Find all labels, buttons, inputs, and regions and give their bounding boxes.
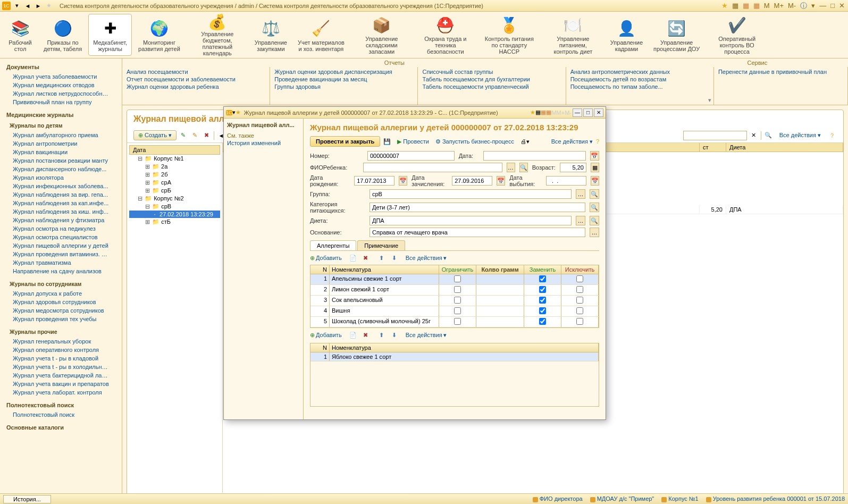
nav-item[interactable]: Журнал антропометрии xyxy=(0,139,122,148)
nav-item[interactable]: Журнал вакцинации xyxy=(0,148,122,156)
leave-field[interactable] xyxy=(546,176,586,186)
grid-row[interactable]: 1Яблоко свежее 1 сорт xyxy=(310,352,599,362)
grid1-copy-icon[interactable]: 📄 xyxy=(348,253,358,263)
nav-item[interactable]: Журнал наблюдения у фтизиатра xyxy=(0,216,122,224)
grid2-delete-icon[interactable]: ✖ xyxy=(361,330,371,340)
history-button[interactable]: История... xyxy=(3,495,51,503)
cat-search-icon[interactable]: 🔍 xyxy=(590,203,599,212)
section-button-10[interactable]: 🍽️Управление питанием,контроль диет xyxy=(542,14,604,56)
report-link[interactable]: Перенести данные в прививочный план xyxy=(718,68,843,75)
nav-item[interactable]: Журнал осмотра специалистов xyxy=(0,233,122,241)
nav-item[interactable]: Журнал наблюдения за вир. гепа... xyxy=(0,190,122,199)
modal-all-actions[interactable]: Все действия ▾ xyxy=(551,138,593,145)
replace-checkbox[interactable] xyxy=(539,275,546,282)
nav-item[interactable]: Журнал инфекционных заболева... xyxy=(0,182,122,190)
replace-checkbox[interactable] xyxy=(539,307,546,314)
report-link[interactable]: Посещаемость по типам заболе... xyxy=(570,83,709,90)
close-icon[interactable]: ✕ xyxy=(838,2,846,10)
section-button-13[interactable]: ✔️Оперативныйконтроль ВО процесса xyxy=(706,14,768,56)
grid-row[interactable]: 5Шоколад (сливочный молочный) 25г xyxy=(310,317,599,327)
report-link[interactable]: Анализ посещаемости xyxy=(127,68,265,75)
basis-field[interactable] xyxy=(370,228,585,237)
nav-item[interactable]: Журнал медосмотра сотрудников xyxy=(0,306,122,315)
nav-item[interactable]: Журнал проведения тех учебы xyxy=(0,315,122,323)
tree-item-srv[interactable]: ⊟ 📁 срВ xyxy=(129,203,220,211)
limit-checkbox[interactable] xyxy=(454,318,461,325)
reports-more-icon[interactable]: ▾ xyxy=(708,97,711,104)
modal-grid-icon[interactable]: ▦ xyxy=(535,109,541,116)
nav-back-icon[interactable]: ◄ xyxy=(23,2,32,10)
delete-icon[interactable]: ✖ xyxy=(202,131,212,140)
nav-item[interactable]: Журнал амбулаторного приема xyxy=(0,131,122,139)
maximize-icon[interactable]: □ xyxy=(829,2,836,10)
nav-item[interactable]: Журнал изолятора xyxy=(0,173,122,182)
diet-select-icon[interactable]: … xyxy=(576,216,585,225)
nav-item[interactable]: Журнал учета t - ры в кладовой xyxy=(0,354,122,363)
grid1-all-actions[interactable]: Все действия ▾ xyxy=(406,255,447,262)
tree-item[interactable]: ⊞ 📁 2б xyxy=(129,171,220,179)
grid-icon[interactable]: ▦ xyxy=(731,2,740,10)
exclude-checkbox[interactable] xyxy=(576,286,583,293)
enroll-picker-icon[interactable]: 📅 xyxy=(497,176,505,186)
nav-item[interactable]: Журнал учета бактерицидной лам... xyxy=(0,371,122,380)
star-icon[interactable]: ★ xyxy=(720,2,729,10)
birth-field[interactable] xyxy=(354,176,394,186)
m-button[interactable]: M xyxy=(763,2,771,10)
number-field[interactable] xyxy=(367,151,455,161)
grid2-all-actions[interactable]: Все действия ▾ xyxy=(406,332,447,339)
report-link[interactable]: Табель посещаемости для бухгалтерии xyxy=(422,75,561,83)
report-link[interactable]: Группы здоровья xyxy=(274,83,413,90)
nav-item[interactable]: Журнал пищевой аллергии у детей xyxy=(0,241,122,250)
dropdown-icon[interactable]: ▾ xyxy=(13,2,21,10)
search-input[interactable] xyxy=(683,131,747,140)
grid1-delete-icon[interactable]: ✖ xyxy=(361,253,371,263)
section-button-8[interactable]: ⛑️Охрана труда итехника безопасности xyxy=(415,14,476,56)
section-button-5[interactable]: ⚖️Управлениезакупками xyxy=(250,14,291,56)
child-search-icon[interactable]: 🔍 xyxy=(519,163,528,172)
info-icon[interactable]: ⓘ xyxy=(799,1,808,11)
section-button-12[interactable]: 🔄Управлениепроцессами ДОУ xyxy=(649,14,704,56)
edit-icon[interactable]: ✎ xyxy=(190,131,200,140)
exclude-checkbox[interactable] xyxy=(576,275,583,282)
tab-note[interactable]: Примечание xyxy=(357,240,405,250)
clear-search-icon[interactable]: ✕ xyxy=(749,131,759,140)
diet-field[interactable] xyxy=(370,216,572,225)
create-button[interactable]: ⊕ Создать ▾ xyxy=(133,130,177,140)
nav-item[interactable]: Журнал наблюдения за кап.инфе... xyxy=(0,199,122,207)
modal-close-icon[interactable]: ✕ xyxy=(594,108,603,117)
limit-checkbox[interactable] xyxy=(454,275,461,282)
age-calc-icon[interactable]: ▦ xyxy=(591,163,599,172)
grid-row[interactable]: 4Вишня xyxy=(310,306,599,317)
report-link[interactable]: Журнал оценки здоровья диспансеризация xyxy=(274,68,413,75)
birth-picker-icon[interactable]: 📅 xyxy=(399,176,407,186)
calc-icon[interactable]: ▦ xyxy=(752,2,761,10)
exclude-checkbox[interactable] xyxy=(576,297,583,304)
modal-help-icon[interactable]: ? xyxy=(596,138,599,145)
leave-picker-icon[interactable]: 📅 xyxy=(591,176,599,186)
limit-checkbox[interactable] xyxy=(454,286,461,293)
cat-field[interactable] xyxy=(370,203,585,212)
nav-item-search[interactable]: Полнотекстовый поиск xyxy=(0,410,122,419)
report-link[interactable]: Отчет посещаемости и заболеваемости xyxy=(127,75,265,83)
section-button-11[interactable]: 👤Управлениекадрами xyxy=(606,14,647,56)
report-link[interactable]: Анализ антропометрических данных xyxy=(570,68,709,75)
modal-fav-icon[interactable]: ★ xyxy=(530,109,535,116)
nav-item[interactable]: Журнал учета вакцин и препаратов xyxy=(0,380,122,388)
section-button-3[interactable]: 🌍Мониторингразвития детей xyxy=(134,14,184,56)
grid-row[interactable]: 2Лимон свежий 1 сорт xyxy=(310,285,599,296)
tree-item-stb[interactable]: ⊞ 📁 стБ xyxy=(129,218,220,226)
report-link[interactable]: Табель посещаемости управленческий xyxy=(422,83,561,90)
nav-item[interactable]: Журнал наблюдения за киш. инф... xyxy=(0,207,122,216)
enroll-field[interactable] xyxy=(452,176,492,186)
modal-cal-icon[interactable]: ▦ xyxy=(541,109,546,116)
post-and-close-button[interactable]: Провести и закрыть xyxy=(310,136,380,147)
nav-item[interactable]: Направление на сдачу анализов xyxy=(0,267,122,275)
grid2-up-icon[interactable]: ⬆ xyxy=(377,330,387,340)
group-search-icon[interactable]: 🔍 xyxy=(590,189,599,199)
tab-allergens[interactable]: Аллергенты xyxy=(310,240,356,250)
status-item[interactable]: Уровень развития ребенка 000001 от 15.07… xyxy=(706,495,845,502)
section-button-0[interactable]: 📚Рабочийстол xyxy=(3,14,37,56)
age-field[interactable] xyxy=(560,163,586,172)
print-dropdown-icon[interactable]: 🖨▾ xyxy=(520,138,530,145)
tree-item-korpus1[interactable]: ⊟ 📁 Корпус №1 xyxy=(129,155,220,163)
